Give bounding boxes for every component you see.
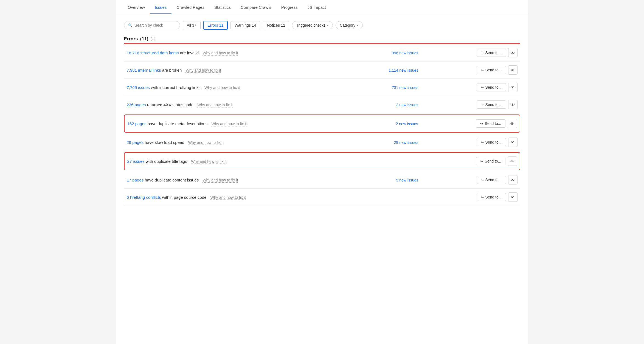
nav-item-issues[interactable]: Issues xyxy=(150,0,171,14)
issue-link[interactable]: 162 pages xyxy=(127,121,147,126)
chevron-down-icon: ▾ xyxy=(357,24,359,27)
issue-description: with incorrect hreflang links xyxy=(151,85,201,90)
nav-item-js-impact[interactable]: JS Impact xyxy=(303,0,331,14)
issue-link[interactable]: 7,765 issues xyxy=(127,85,150,90)
actions-cell: ↪ Send to... 👁 xyxy=(424,138,517,147)
eye-icon: 👁 xyxy=(511,85,515,90)
issue-link[interactable]: 17 pages xyxy=(127,178,144,182)
issue-link[interactable]: 29 pages xyxy=(127,140,144,145)
search-input[interactable] xyxy=(135,23,176,27)
table-row: 7,981 internal links are broken Why and … xyxy=(124,61,520,79)
why-link[interactable]: Why and how to fix it xyxy=(203,51,238,55)
new-issues-count: 29 new issues xyxy=(394,140,418,145)
nav-item-compare-crawls[interactable]: Compare Crawls xyxy=(236,0,276,14)
content-area: 🔍 All 37 Errors 11 Warnings 14 Notices 1… xyxy=(116,14,528,212)
eye-button[interactable]: 👁 xyxy=(508,119,517,128)
why-link[interactable]: Why and how to fix it xyxy=(188,140,224,145)
nav-item-progress[interactable]: Progress xyxy=(276,0,303,14)
table-row: 162 pages have duplicate meta descriptio… xyxy=(124,113,520,134)
send-to-button[interactable]: ↪ Send to... xyxy=(477,176,506,184)
send-to-label: Send to... xyxy=(485,51,502,55)
eye-button[interactable]: 👁 xyxy=(508,100,518,109)
send-icon: ↪ xyxy=(480,159,483,163)
why-link[interactable]: Why and how to fix it xyxy=(186,68,221,72)
actions-cell: ↪ Send to... 👁 xyxy=(424,192,517,202)
category-dropdown[interactable]: Category ▾ xyxy=(336,21,363,29)
why-link[interactable]: Why and how to fix it xyxy=(204,85,240,90)
table-row: 236 pages returned 4XX status code Why a… xyxy=(124,96,520,113)
send-to-button[interactable]: ↪ Send to... xyxy=(477,138,506,146)
why-link[interactable]: Why and how to fix it xyxy=(211,122,247,126)
issue-description: within page source code xyxy=(162,195,207,200)
filter-notices-button[interactable]: Notices 12 xyxy=(263,21,289,29)
info-icon[interactable]: i xyxy=(151,37,155,41)
why-link[interactable]: Why and how to fix it xyxy=(191,159,226,164)
issue-link[interactable]: 7,981 internal links xyxy=(127,68,161,72)
send-icon: ↪ xyxy=(480,122,483,126)
send-to-button[interactable]: ↪ Send to... xyxy=(477,100,506,109)
why-link[interactable]: Why and how to fix it xyxy=(203,178,238,182)
table-row: 6 hreflang conflicts within page source … xyxy=(124,189,520,206)
table-row: 27 issues with duplicate title tags Why … xyxy=(124,151,520,172)
nav-item-crawled-pages[interactable]: Crawled Pages xyxy=(171,0,209,14)
eye-icon: 👁 xyxy=(511,140,515,145)
eye-button[interactable]: 👁 xyxy=(508,83,518,92)
eye-icon: 👁 xyxy=(511,68,515,72)
actions-cell: ↪ Send to... 👁 xyxy=(424,83,517,92)
actions-cell: ↪ Send to... 👁 xyxy=(424,119,517,128)
issue-link[interactable]: 18,716 structured data items xyxy=(127,51,179,55)
triggered-checks-label: Triggered checks xyxy=(296,23,325,27)
category-label: Category xyxy=(340,23,355,27)
eye-button[interactable]: 👁 xyxy=(508,175,518,184)
table-row: 18,716 structured data items are invalid… xyxy=(124,44,520,61)
new-issues-count: 2 new issues xyxy=(396,103,418,107)
eye-icon: 👁 xyxy=(511,102,515,107)
nav-item-overview[interactable]: Overview xyxy=(123,0,150,14)
send-icon: ↪ xyxy=(481,51,484,55)
top-nav: OverviewIssuesCrawled PagesStatisticsCom… xyxy=(116,0,528,14)
eye-button[interactable]: 👁 xyxy=(508,192,518,202)
send-to-label: Send to... xyxy=(485,68,502,72)
issue-link[interactable]: 6 hreflang conflicts xyxy=(127,195,161,200)
eye-button[interactable]: 👁 xyxy=(508,156,517,166)
filter-all-button[interactable]: All 37 xyxy=(183,21,201,29)
send-to-button[interactable]: ↪ Send to... xyxy=(477,49,506,57)
send-to-button[interactable]: ↪ Send to... xyxy=(477,193,506,201)
nav-item-statistics[interactable]: Statistics xyxy=(209,0,236,14)
eye-button[interactable]: 👁 xyxy=(508,65,518,75)
send-to-label: Send to... xyxy=(485,178,502,182)
table-row: 29 pages have slow load speed Why and ho… xyxy=(124,134,520,151)
table-row: 17 pages have duplicate content issues W… xyxy=(124,171,520,189)
filters-bar: 🔍 All 37 Errors 11 Warnings 14 Notices 1… xyxy=(124,21,520,30)
search-box: 🔍 xyxy=(124,21,180,29)
send-to-label: Send to... xyxy=(485,102,502,107)
eye-icon: 👁 xyxy=(511,178,515,182)
send-icon: ↪ xyxy=(481,103,484,107)
send-to-label: Send to... xyxy=(485,140,502,144)
actions-cell: ↪ Send to... 👁 xyxy=(424,175,517,184)
issue-link[interactable]: 236 pages xyxy=(127,102,146,107)
issue-description: returned 4XX status code xyxy=(147,102,193,107)
issues-table: 18,716 structured data items are invalid… xyxy=(124,43,520,206)
send-to-button[interactable]: ↪ Send to... xyxy=(476,119,505,128)
actions-cell: ↪ Send to... 👁 xyxy=(424,100,517,109)
why-link[interactable]: Why and how to fix it xyxy=(210,195,246,200)
send-to-button[interactable]: ↪ Send to... xyxy=(477,83,506,91)
triggered-checks-dropdown[interactable]: Triggered checks ▾ xyxy=(292,21,333,29)
issue-link[interactable]: 27 issues xyxy=(127,159,145,164)
new-issues-count: 731 new issues xyxy=(392,85,418,90)
eye-button[interactable]: 👁 xyxy=(508,48,518,57)
search-icon: 🔍 xyxy=(128,23,133,27)
new-issues-count: 1,114 new issues xyxy=(389,68,418,72)
send-icon: ↪ xyxy=(481,140,484,144)
why-link[interactable]: Why and how to fix it xyxy=(197,103,233,107)
issues-list: 18,716 structured data items are invalid… xyxy=(124,43,520,206)
new-issues-count: 2 new issues xyxy=(396,122,418,126)
filter-warnings-button[interactable]: Warnings 14 xyxy=(230,21,260,29)
send-to-button[interactable]: ↪ Send to... xyxy=(477,66,506,74)
send-to-label: Send to... xyxy=(485,195,502,199)
filter-errors-button[interactable]: Errors 11 xyxy=(203,21,228,30)
send-to-button[interactable]: ↪ Send to... xyxy=(476,157,505,165)
section-name: Errors xyxy=(124,36,138,42)
eye-button[interactable]: 👁 xyxy=(508,138,518,147)
